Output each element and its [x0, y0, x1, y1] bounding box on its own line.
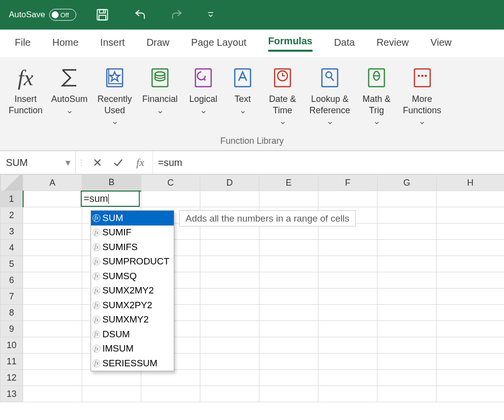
cell[interactable] — [23, 240, 82, 256]
cell[interactable] — [82, 370, 141, 386]
cancel-input-button[interactable] — [87, 151, 108, 174]
autosave-toggle[interactable]: Off — [49, 9, 76, 21]
tab-insert[interactable]: Insert — [100, 37, 125, 50]
cell[interactable] — [318, 321, 378, 337]
cell[interactable] — [23, 386, 82, 402]
cell[interactable] — [259, 256, 318, 272]
cell[interactable] — [23, 191, 82, 207]
cell[interactable] — [200, 337, 259, 354]
formula-input[interactable]: =sum — [153, 151, 504, 174]
cell[interactable] — [23, 305, 82, 321]
row-header[interactable]: 10 — [0, 337, 23, 354]
col-header[interactable]: G — [378, 175, 437, 191]
cell[interactable] — [23, 272, 82, 289]
cell[interactable] — [437, 240, 504, 256]
cell[interactable] — [259, 386, 318, 402]
cell[interactable] — [141, 191, 200, 207]
text-button[interactable]: Text ⌄ — [225, 61, 260, 130]
row-header[interactable]: 2 — [0, 207, 23, 224]
cell[interactable] — [141, 370, 200, 386]
cell[interactable] — [437, 305, 504, 321]
insert-function-button[interactable]: fx Insert Function — [6, 61, 45, 130]
cell[interactable] — [437, 337, 504, 354]
cell[interactable] — [259, 191, 318, 207]
cell[interactable] — [23, 370, 82, 386]
cell[interactable] — [318, 191, 378, 207]
row-header[interactable]: 11 — [0, 354, 23, 370]
cell[interactable] — [200, 272, 259, 289]
cell[interactable] — [318, 370, 378, 386]
cell[interactable] — [200, 191, 259, 207]
autocomplete-item[interactable]: fxSUMX2PY2 — [91, 298, 174, 313]
row-header[interactable]: 5 — [0, 256, 23, 272]
drag-handle-icon[interactable]: ⋮ — [76, 151, 87, 174]
cell[interactable] — [437, 256, 504, 272]
tab-page-layout[interactable]: Page Layout — [191, 37, 246, 50]
financial-button[interactable]: Financial ⌄ — [139, 61, 181, 130]
cell[interactable] — [23, 256, 82, 272]
autocomplete-item[interactable]: fxSERIESSUM — [91, 356, 174, 371]
cell[interactable] — [259, 370, 318, 386]
cell[interactable] — [318, 272, 378, 289]
col-header[interactable]: B — [82, 175, 141, 191]
col-header[interactable]: H — [437, 175, 504, 191]
row-header[interactable]: 9 — [0, 321, 23, 337]
tab-data[interactable]: Data — [334, 37, 355, 50]
cell[interactable] — [200, 386, 259, 402]
row-header[interactable]: 1 — [0, 191, 23, 207]
cell[interactable] — [437, 370, 504, 386]
cell[interactable] — [23, 207, 82, 224]
cell[interactable] — [200, 354, 259, 370]
cell[interactable] — [378, 305, 437, 321]
cell[interactable] — [318, 386, 378, 402]
tab-file[interactable]: File — [15, 37, 31, 50]
col-header[interactable]: C — [141, 175, 200, 191]
math-trig-button[interactable]: Math & Trig ⌄ — [357, 61, 396, 130]
cell[interactable] — [200, 321, 259, 337]
row-header[interactable]: 4 — [0, 240, 23, 256]
cell[interactable] — [259, 354, 318, 370]
row-header[interactable]: 6 — [0, 272, 23, 289]
col-header[interactable]: D — [200, 175, 259, 191]
tab-review[interactable]: Review — [377, 37, 409, 50]
autocomplete-item[interactable]: fxSUMSQ — [91, 269, 174, 284]
cell[interactable] — [378, 354, 437, 370]
cell[interactable] — [378, 337, 437, 354]
autocomplete-item[interactable]: fxSUMXMY2 — [91, 313, 174, 327]
cell[interactable] — [23, 289, 82, 305]
autocomplete-item[interactable]: fxSUMX2MY2 — [91, 284, 174, 298]
cell[interactable] — [437, 386, 504, 402]
cell[interactable] — [141, 386, 200, 402]
cell[interactable] — [378, 272, 437, 289]
recently-used-button[interactable]: Recently Used ⌄ — [94, 61, 136, 130]
row-header[interactable]: 12 — [0, 370, 23, 386]
cell[interactable] — [82, 386, 141, 402]
autocomplete-item[interactable]: fxIMSUM — [91, 342, 174, 356]
logical-button[interactable]: Logical ⌄ — [184, 61, 222, 130]
autocomplete-item[interactable]: fxSUMIF — [91, 226, 174, 240]
cell[interactable] — [23, 224, 82, 240]
cell[interactable] — [23, 321, 82, 337]
undo-button[interactable] — [128, 4, 151, 26]
select-all-corner[interactable] — [0, 175, 23, 191]
cell[interactable] — [437, 191, 504, 207]
cell[interactable] — [200, 289, 259, 305]
confirm-input-button[interactable] — [108, 151, 128, 174]
spreadsheet-grid[interactable]: A B C D E F G H 12345678910111213 — [0, 174, 504, 402]
cell[interactable] — [318, 256, 378, 272]
row-header[interactable]: 13 — [0, 386, 23, 402]
cell[interactable] — [437, 207, 504, 224]
cell[interactable] — [378, 370, 437, 386]
autocomplete-item[interactable]: fxSUMPRODUCT — [91, 255, 174, 269]
cell[interactable] — [318, 337, 378, 354]
autocomplete-item[interactable]: fxDSUM — [91, 327, 174, 342]
cell[interactable] — [378, 289, 437, 305]
autocomplete-item[interactable]: fxSUMIFS — [91, 240, 174, 255]
cell[interactable] — [378, 256, 437, 272]
cell[interactable] — [200, 256, 259, 272]
cell[interactable] — [318, 289, 378, 305]
more-functions-button[interactable]: More Functions ⌄ — [399, 61, 445, 130]
cell[interactable] — [318, 240, 378, 256]
col-header[interactable]: E — [259, 175, 318, 191]
cell[interactable] — [200, 240, 259, 256]
